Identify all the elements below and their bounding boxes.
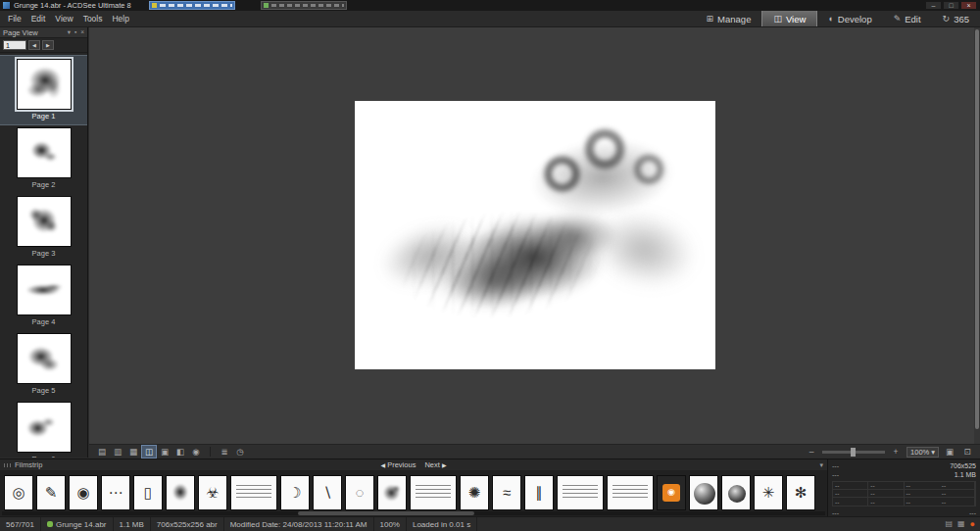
acdsee-window: Grunge 14.abr - ACDSee Ultimate 8 – □ × (0, 0, 980, 531)
filmstrip-thumbnail[interactable]: ⋯ (101, 475, 130, 510)
mode-button[interactable]: ✎ Edit (883, 11, 932, 26)
filmstrip-scrollbar-thumb[interactable] (298, 511, 474, 515)
window-title: Grunge 14.abr - ACDSee Ultimate 8 (14, 1, 131, 10)
filmstrip-thumbnail[interactable] (166, 475, 195, 510)
page-thumbnail-label: Page 2 (0, 180, 87, 189)
thumbnail-graphic: ∥ (535, 485, 543, 500)
filmstrip-thumbnail[interactable]: ◉ (657, 475, 686, 510)
page-thumbnail-item[interactable]: Page 1 (0, 56, 87, 124)
filmstrip-thumbnail[interactable]: ☣ (198, 475, 227, 510)
filmstrip-thumbnail[interactable]: ▯ (133, 475, 163, 510)
filmstrip-thumbnail[interactable] (689, 475, 718, 510)
titlebar-tab[interactable] (149, 1, 235, 10)
page-thumbnail-item[interactable]: Page 5 (0, 330, 87, 399)
menu-item[interactable]: Tools (78, 12, 108, 25)
grid-view-icon[interactable]: ▦ (126, 446, 140, 458)
mode-icon: ◫ (773, 14, 782, 24)
previous-arrow-icon: ◀ (380, 462, 385, 468)
filmstrip-menu-icon[interactable]: ▾ (819, 461, 823, 469)
fit-image-icon[interactable]: ▣ (943, 446, 956, 458)
split-pane-icon[interactable]: ◧ (173, 446, 187, 458)
filmstrip-thumbnail[interactable]: ◉ (69, 475, 98, 510)
viewer-scrollbar[interactable] (974, 27, 980, 444)
external-editor-icon[interactable]: ▤ (95, 446, 109, 458)
image-canvas[interactable] (355, 101, 715, 369)
filmstrip-grip-icon[interactable] (4, 463, 12, 467)
filmstrip-thumbnail[interactable]: ✻ (786, 475, 815, 510)
statusbar-segment: 1.1 MB (114, 517, 151, 531)
menu-item[interactable]: Help (107, 12, 133, 25)
file-info-panel: --- 706x525 --- 1.1 MB -- -- -- -- -- (827, 459, 980, 516)
filmstrip-thumbnail[interactable]: ✳ (754, 475, 783, 510)
mode-label: Manage (717, 14, 751, 24)
page-thumbnail-item[interactable]: Page 3 (0, 193, 87, 262)
filmstrip-thumbnail[interactable]: ✎ (36, 475, 66, 510)
histogram-icon[interactable]: ≣ (218, 446, 231, 458)
statusbar-segment: 100% (374, 517, 407, 531)
filmstrip-thumbnail[interactable] (410, 475, 457, 510)
filmstrip-thumbnail[interactable] (607, 475, 654, 510)
compare-view-icon[interactable]: ▥ (111, 446, 124, 458)
filmstrip-thumbnail[interactable] (721, 475, 751, 510)
close-button[interactable]: × (960, 1, 977, 10)
actual-size-icon[interactable]: ⊡ (960, 446, 974, 458)
page-number-input[interactable]: 1 (3, 40, 26, 50)
zoom-out-icon[interactable]: – (805, 446, 818, 458)
magnifier-icon[interactable]: ◉ (189, 446, 203, 458)
statusbar-segment: 567/701 (0, 517, 41, 531)
zoom-level-dropdown[interactable]: 100% ▾ (906, 447, 939, 458)
mode-button[interactable]: ◫ View (761, 11, 817, 26)
zoom-in-icon[interactable]: + (889, 446, 903, 458)
zoom-slider[interactable] (822, 451, 885, 454)
mode-label: Develop (838, 14, 872, 24)
mode-button[interactable]: ↻ 365 (932, 11, 980, 26)
filmstrip-thumbnail[interactable]: ≈ (492, 475, 521, 510)
viewer-toolbar: ▤ ▥ ▦ ◫ ▣ ◧ ◉ ≣ ◷ – (89, 444, 980, 459)
previous-button[interactable]: ◀ Previous (380, 460, 416, 469)
toolbar-separator (210, 447, 211, 457)
filmstrip-toggle-icon[interactable]: ◫ (142, 446, 156, 458)
statusbar-icon[interactable]: ▦ (957, 520, 965, 528)
panel-menu-icon[interactable]: ▾ (68, 28, 71, 36)
mode-icon: ✎ (894, 14, 902, 24)
info-grid-cell: -- (905, 498, 940, 506)
maximize-button[interactable]: □ (943, 1, 959, 10)
mode-button[interactable]: ◐ Develop (817, 11, 882, 26)
statusbar-segment: Modified Date: 24/08/2013 11:20:11 AM (224, 517, 374, 531)
menu-item[interactable]: Edit (26, 12, 51, 25)
slideshow-clock-icon[interactable]: ◷ (233, 446, 247, 458)
info-row: --- 706x525 (832, 461, 976, 470)
thumbnail-graphic: ▯ (144, 485, 152, 500)
panel-pin-icon[interactable]: ▪ (74, 28, 76, 36)
filmstrip-thumbnail[interactable]: ◌ (345, 475, 374, 510)
zoom-slider-handle[interactable] (851, 448, 856, 457)
titlebar-tab[interactable] (261, 1, 347, 10)
page-thumbnail-item[interactable]: Page 4 (0, 262, 87, 330)
filmstrip-thumbnail[interactable] (230, 475, 277, 510)
filmstrip-thumbnail[interactable]: ◎ (4, 475, 33, 510)
filmstrip-thumbnail[interactable] (557, 475, 604, 510)
info-row-label: --- (832, 471, 839, 478)
full-image-icon[interactable]: ▣ (158, 446, 172, 458)
filmstrip-thumbnail[interactable]: ☽ (280, 475, 310, 510)
minimize-button[interactable]: – (925, 1, 942, 10)
menu-item[interactable]: File (3, 12, 26, 25)
panel-close-icon[interactable]: × (80, 28, 84, 36)
next-button[interactable]: Next ▶ (424, 460, 446, 469)
filmstrip-thumbnail[interactable] (377, 475, 407, 510)
next-page-button[interactable]: ▶ (42, 40, 54, 50)
statusbar-icon[interactable]: ● (970, 520, 975, 529)
menu-item[interactable]: View (50, 12, 77, 25)
statusbar-icon[interactable]: ▤ (945, 520, 953, 528)
mode-button[interactable]: ⊞ Manage (696, 11, 762, 26)
viewer-scrollbar-thumb[interactable] (975, 29, 979, 429)
statusbar-segment-text: Modified Date: 24/08/2013 11:20:11 AM (230, 520, 368, 529)
filmstrip-scrollbar[interactable] (2, 511, 825, 515)
page-thumbnail-item[interactable]: Page 6 (0, 399, 87, 458)
page-thumbnail-item[interactable]: Page 2 (0, 124, 87, 193)
previous-page-button[interactable]: ◀ (28, 40, 40, 50)
page-thumbnail-image (17, 265, 72, 315)
filmstrip-thumbnail[interactable]: ∖ (313, 475, 342, 510)
filmstrip-thumbnail[interactable]: ∥ (524, 475, 554, 510)
filmstrip-thumbnail[interactable]: ✺ (460, 475, 489, 510)
